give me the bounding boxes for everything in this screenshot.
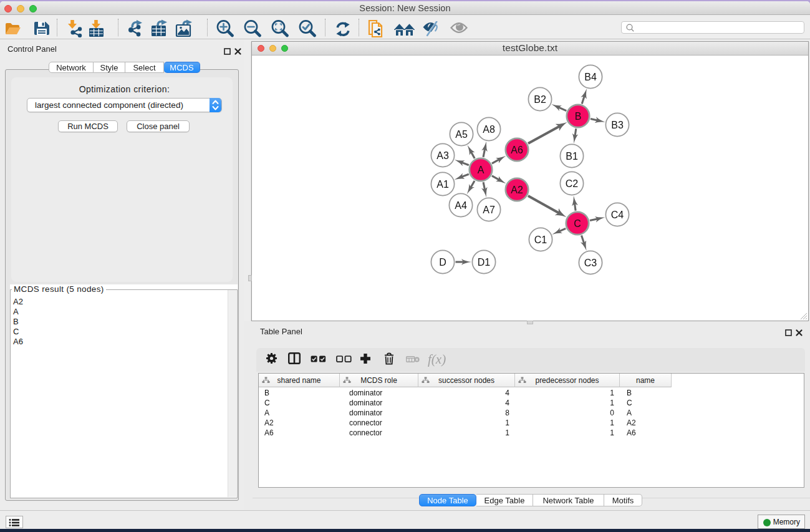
svg-text:B3: B3 — [611, 120, 624, 130]
svg-text:B4: B4 — [584, 72, 597, 82]
svg-text:C1: C1 — [534, 235, 547, 245]
svg-text:C2: C2 — [566, 178, 579, 189]
svg-text:A6: A6 — [511, 145, 523, 155]
svg-text:A3: A3 — [436, 150, 449, 161]
svg-text:A4: A4 — [455, 200, 467, 211]
svg-text:C4: C4 — [611, 210, 624, 220]
svg-text:A7: A7 — [483, 205, 495, 215]
svg-text:B: B — [575, 111, 582, 122]
svg-text:A1: A1 — [436, 179, 449, 190]
svg-text:D1: D1 — [478, 257, 491, 268]
svg-text:A5: A5 — [455, 129, 468, 140]
svg-text:A: A — [478, 165, 485, 175]
svg-text:A2: A2 — [511, 185, 523, 195]
svg-text:D: D — [439, 257, 446, 268]
svg-text:C: C — [574, 218, 581, 229]
svg-text:A8: A8 — [483, 124, 495, 135]
svg-text:B2: B2 — [534, 94, 546, 105]
svg-text:C3: C3 — [584, 258, 597, 268]
svg-text:B1: B1 — [566, 151, 578, 162]
